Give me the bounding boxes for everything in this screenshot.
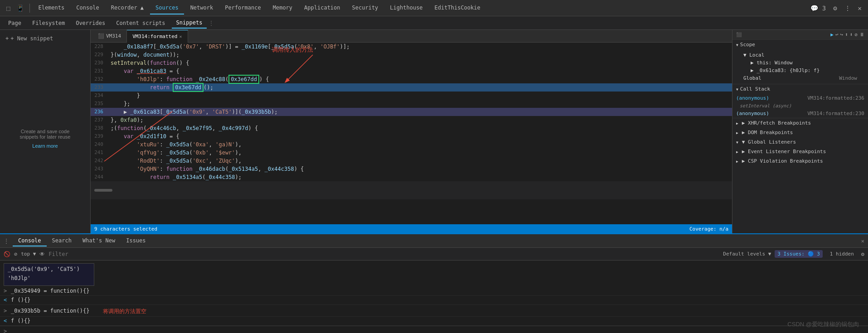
code-line-238: 238 ;(function(_0x4c46cb, _0x5e7f95, _0x… (91, 124, 732, 132)
console-tab-whatsnew[interactable]: What's New (77, 236, 121, 246)
step-out-icon[interactable]: ⬆ (845, 32, 848, 38)
dom-breakpoints-header[interactable]: ▶ DOM Breakpoints (732, 128, 868, 137)
editor-tab-vm314-formatted[interactable]: VM314:formatted ✕ (127, 30, 188, 43)
chat-icon[interactable]: 💬 3 (808, 3, 829, 14)
tab-security[interactable]: Security (347, 2, 384, 14)
arrow-icon-3: < (4, 297, 11, 303)
csp-header[interactable]: ▶ CSP Violation Breakpoints (732, 156, 868, 166)
snippet-placeholder: Create and save code snippets for later … (4, 47, 87, 230)
settings-icon[interactable]: ⚙ (830, 3, 839, 14)
tab-elements[interactable]: Elements (33, 2, 70, 14)
plus-icon: + (5, 35, 9, 42)
call-stack-loc-2: VM314:formatted:230 (807, 111, 864, 116)
scrollbar-thumb[interactable] (94, 189, 112, 192)
issues-button[interactable]: 3 Issues: 🔵 3 (775, 250, 822, 258)
code-line-232: 232 'h0Jlp': function _0x2e4c88(0x3e67dd… (91, 75, 732, 83)
event-listener-header[interactable]: ▶ Event Listener Breakpoints (732, 147, 868, 156)
selection-status: 9 characters selected (94, 226, 157, 232)
x61ca83-label: ▶ _0x61ca83: {h0Jlp: f} (751, 68, 820, 73)
console-tab-search[interactable]: Search (47, 236, 77, 246)
close-tab-icon[interactable]: ✕ (179, 34, 182, 39)
code-line-228: 228 _0x18a8f7[_0x5d5a('0x7', 'DRST')] = … (91, 43, 732, 51)
console-text-1: 'h0Jlp' (8, 275, 31, 281)
step-over-icon[interactable]: ↩ (835, 32, 839, 38)
pause-icon[interactable]: ⏸ (859, 32, 864, 38)
step-icon[interactable]: ⬇ (850, 32, 853, 38)
xhr-triangle (736, 120, 738, 126)
tab-memory[interactable]: Memory (267, 2, 298, 14)
settings-console-icon[interactable]: ⚙ (861, 251, 864, 257)
clear-console-icon[interactable]: 🚫 (4, 251, 10, 257)
console-output-line-0: _0x5d5a('0x9', 'CaT5') (8, 265, 90, 275)
toolbar-separator (29, 4, 30, 13)
code-line-236: 236 ▶ _0x61ca83[_0x5d5a('0x9', 'CaT5')](… (91, 108, 732, 116)
tab-network[interactable]: Network (185, 2, 219, 14)
levels-button[interactable]: Default levels ▼ (723, 251, 771, 257)
global-label: Global (743, 75, 761, 81)
console-line-4: > _0x393b5b = function(){} 将调用的方法置空 (0, 307, 868, 317)
xhr-fetch-header[interactable]: ▶ XHR/fetch Breakpoints (732, 118, 868, 128)
this-item[interactable]: ▶ this: Window (740, 59, 861, 67)
eye-icon[interactable]: 👁 (39, 251, 45, 257)
sec-tab-snippets[interactable]: Snippets (172, 18, 207, 29)
global-listeners-header[interactable]: ▼ Global Listeners (732, 137, 868, 147)
close-icon[interactable]: ✕ (855, 3, 864, 14)
breakpoints-section: ▶ XHR/fetch Breakpoints ▶ DOM Breakpoint… (732, 118, 868, 166)
local-scope-item[interactable]: ▼ Local (740, 51, 861, 59)
console-boxed-output: _0x5d5a('0x9', 'CaT5') 'h0Jlp' (4, 263, 94, 286)
editor-tab-vm314[interactable]: ⬛ VM314 (92, 30, 127, 43)
tab-console[interactable]: Console (71, 2, 105, 14)
call-stack-header[interactable]: Call Stack (732, 84, 868, 94)
tab-performance[interactable]: Performance (219, 2, 266, 14)
filter-toggle-icon[interactable]: ⊘ (14, 251, 17, 257)
context-selector[interactable]: top ▼ (21, 251, 36, 257)
x61ca83-item[interactable]: ▶ _0x61ca83: {h0Jlp: f} (740, 67, 861, 74)
console-toolbar: 🚫 ⊘ top ▼ 👁 Default levels ▼ 3 Issues: 🔵… (0, 248, 868, 261)
sec-tab-content-scripts[interactable]: Content scripts (112, 18, 170, 28)
sec-tab-filesystem[interactable]: Filesystem (28, 18, 69, 28)
this-label: ▶ this: Window (751, 60, 793, 66)
sec-tab-page[interactable]: Page (4, 18, 26, 28)
filter-input[interactable] (48, 251, 382, 257)
code-line-240: 240 'xtuRu': _0x5d5a('0xa', 'ga)N'), (91, 140, 732, 149)
resume-icon[interactable]: ▶ (830, 32, 834, 38)
tab-recorder[interactable]: Recorder ▲ (106, 2, 149, 14)
window-label: Window (839, 75, 857, 81)
deactivate-icon[interactable]: ⊘ (854, 32, 858, 38)
console-input-line: > (0, 326, 868, 333)
snippet-placeholder-text: Create and save code snippets for later … (13, 129, 78, 140)
new-snippet-button[interactable]: + + New snippet (4, 34, 87, 43)
console-output: _0x5d5a('0x9', 'CaT5') 'h0Jlp' > _0x3549… (0, 261, 868, 333)
coverage-status: Coverage: n/a (689, 226, 728, 232)
collapse-sidebar-icon[interactable]: ⬛ (736, 32, 742, 37)
more-icon[interactable]: ⋮ (842, 3, 853, 14)
console-tab-console[interactable]: Console (13, 236, 47, 246)
tab-lighthouse[interactable]: Lighthouse (384, 2, 428, 14)
console-input[interactable] (10, 328, 864, 333)
tab-sources[interactable]: Sources (150, 2, 184, 14)
scope-header[interactable]: Scope (732, 40, 868, 49)
more-tabs-icon[interactable]: ⋮ (209, 20, 214, 26)
tab-editthiscookie[interactable]: EditThisCookie (429, 2, 486, 14)
call-stack-item-0[interactable]: (anonymous) VM314:formatted:236 (732, 94, 868, 102)
tab-application[interactable]: Application (299, 2, 345, 14)
call-stack-loc-0: VM314:formatted:236 (807, 95, 864, 101)
sec-tab-overrides[interactable]: Overrides (71, 18, 110, 28)
console-tab-issues[interactable]: Issues (121, 236, 151, 246)
annotation-call-method: 调用传入的方法 (272, 46, 313, 54)
code-line-234: 234 } (91, 92, 732, 100)
global-item[interactable]: Global Window (740, 74, 861, 82)
watermark: CSDN @爱吃辣椒的锅包肉 (787, 320, 859, 328)
learn-more-link[interactable]: Learn more (32, 143, 58, 149)
close-console-icon[interactable]: ✕ (861, 238, 864, 244)
device-icon[interactable]: 📱 (14, 3, 27, 14)
code-line-231: 231 var _0x61ca83 = { (91, 67, 732, 75)
inspect-icon[interactable]: ⬚ (4, 3, 13, 14)
secondary-toolbar: Page Filesystem Overrides Content script… (0, 16, 868, 30)
call-stack-item-2[interactable]: (anonymous) VM314:formatted:230 (732, 109, 868, 118)
step-into-icon[interactable]: ↪ (840, 32, 844, 38)
console-line-3: < f (){} (0, 296, 868, 305)
event-listener-label: ▶ Event Listener Breakpoints (742, 149, 826, 154)
code-editor-area[interactable]: 228 _0x18a8f7[_0x5d5a('0x7', 'DRST')] = … (91, 43, 732, 224)
call-stack-triangle (736, 86, 738, 92)
